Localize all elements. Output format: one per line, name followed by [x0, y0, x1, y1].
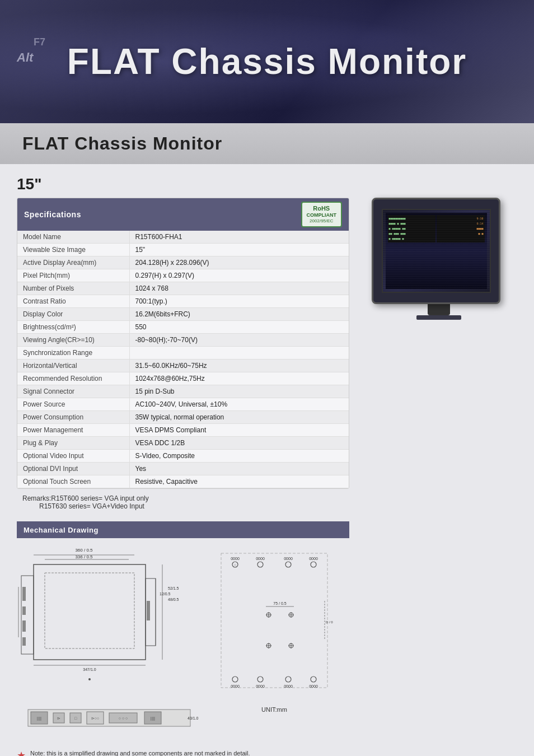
table-row: Model NameR15T600-FHA1 [17, 231, 349, 244]
table-row: Horizontal/Vertical31.5~60.0KHz/60~75Hz [17, 359, 349, 372]
spec-value: 16.2M(6bits+FRC) [129, 307, 349, 320]
mounting-svg: ○ 0000 0000 0000 0000 75 / 0.5 [216, 545, 333, 702]
svg-text:⊳○○: ⊳○○ [91, 716, 99, 720]
table-row: Plug & PlayVESA DDC 1/2B [17, 436, 349, 449]
svg-point-63 [232, 676, 238, 682]
svg-rect-10 [22, 637, 26, 646]
spec-value: 1024x768@60Hz,75Hz [129, 372, 349, 385]
spec-label: Optional Touch Screen [17, 475, 129, 488]
svg-text:○: ○ [234, 563, 236, 567]
svg-text:360 / 0.5: 360 / 0.5 [75, 548, 93, 553]
svg-point-66 [311, 676, 316, 682]
monitor-image: ■■■■■■■■■■ ■■■■ ■ ■■■ ■ ■■■■■ ■■ ■■ ■■■ … [372, 198, 506, 310]
unit-label: UNIT:mm [216, 706, 333, 713]
svg-rect-8 [22, 606, 26, 615]
svg-text:0000: 0000 [256, 557, 265, 561]
drawing-left: 360 / 0.5 336 / 0.5 [17, 545, 207, 735]
table-row: Optional Video InputS-Video, Composite [17, 449, 349, 462]
spec-label: Power Source [17, 398, 129, 410]
spec-label: Contrast Ratio [17, 295, 129, 307]
spec-label: Power Management [17, 423, 129, 436]
svg-text:0000: 0000 [309, 557, 318, 561]
table-row: Brightness(cd/m²)550 [17, 320, 349, 333]
monitor-stand [428, 304, 450, 315]
size-heading: 15" [17, 175, 349, 193]
spec-label: Model Name [17, 231, 129, 244]
spec-value: 700:1(typ.) [129, 295, 349, 307]
svg-rect-7 [22, 587, 26, 601]
table-row: Optional DVI InputYes [17, 462, 349, 475]
content-grid: 15" Specifications RoHS COMPLIANT 2002/9… [17, 175, 517, 756]
svg-point-22 [88, 678, 91, 680]
svg-text:0000: 0000 [231, 684, 240, 688]
table-row: Recommended Resolution1024x768@60Hz,75Hz [17, 372, 349, 385]
spec-label: Optional Video Input [17, 449, 129, 462]
svg-text:D / 0.5: D / 0.5 [326, 620, 333, 624]
spec-value: 0.297(H) x 0.297(V) [129, 269, 349, 282]
svg-rect-9 [22, 620, 26, 632]
spec-value: 15 pin D-Sub [129, 385, 349, 398]
table-row: Power SourceAC100~240V, Universal, ±10% [17, 398, 349, 410]
remark-line: Remarks:R15T600 series= VGA input only [22, 494, 349, 502]
note-section: ★ Note: this is a simplified drawing and… [17, 743, 349, 756]
svg-text:⊳: ⊳ [57, 716, 60, 720]
spec-label: Display Color [17, 307, 129, 320]
remark-line: R15T630 series= VGA+Video Input [39, 502, 349, 510]
specs-section: Specifications RoHS COMPLIANT 2002/95/EC… [17, 198, 349, 489]
svg-point-65 [285, 676, 291, 682]
spec-label: Number of Pixels [17, 282, 129, 295]
spec-value: VESA DDC 1/2B [129, 436, 349, 449]
alt-key-label: Alt [17, 50, 33, 65]
spec-label: Power Consumption [17, 410, 129, 423]
svg-text:43/1.0: 43/1.0 [188, 716, 199, 720]
drawing-right: ○ 0000 0000 0000 0000 75 / 0.5 [216, 545, 333, 713]
specs-table: Model NameR15T600-FHA1Viewable Size Imag… [17, 231, 349, 488]
spec-value: 1024 x 768 [129, 282, 349, 295]
svg-text:0000: 0000 [309, 684, 318, 688]
header-title: FLAT Chassis Monitor [67, 41, 467, 82]
specs-header: Specifications RoHS COMPLIANT 2002/95/EC [17, 198, 349, 231]
svg-rect-5 [45, 573, 134, 648]
spec-value: 204.128(H) x 228.096(V) [129, 256, 349, 269]
svg-rect-4 [34, 564, 146, 660]
mechanical-header-title: Mechanical Drawing [24, 526, 99, 534]
spec-value: R15T600-FHA1 [129, 231, 349, 244]
note-text: Note: this is a simplified drawing and s… [30, 749, 250, 756]
rohs-badge: RoHS COMPLIANT 2002/95/EC [301, 202, 343, 227]
table-row: Display Color16.2M(6bits+FRC) [17, 307, 349, 320]
svg-text:Various: Various [17, 599, 17, 612]
svg-point-41 [285, 562, 291, 567]
spec-label: Recommended Resolution [17, 372, 129, 385]
table-row: Pixel Pitch(mm)0.297(H) x 0.297(V) [17, 269, 349, 282]
svg-point-42 [311, 562, 316, 567]
spec-value: S-Video, Composite [129, 449, 349, 462]
spec-label: Horizontal/Vertical [17, 359, 129, 372]
table-row: Power Consumption35W typical, normal ope… [17, 410, 349, 423]
front-view-svg: 360 / 0.5 336 / 0.5 [17, 545, 207, 696]
spec-value: 31.5~60.0KHz/60~75Hz [129, 359, 349, 372]
table-row: Viewing Angle(CR>=10)-80~80(H);-70~70(V) [17, 333, 349, 346]
left-panel: 15" Specifications RoHS COMPLIANT 2002/9… [17, 175, 349, 756]
svg-text:75 / 0.5: 75 / 0.5 [273, 601, 286, 605]
spec-label: Signal Connector [17, 385, 129, 398]
rohs-mid-text: COMPLIANT [307, 212, 337, 218]
specs-header-title: Specifications [24, 210, 81, 219]
main-content: 15" Specifications RoHS COMPLIANT 2002/9… [0, 164, 534, 756]
monitor-frame: ■■■■■■■■■■ ■■■■ ■ ■■■ ■ ■■■■■ ■■ ■■ ■■■ … [372, 198, 500, 304]
svg-text:48/0.5: 48/0.5 [168, 598, 179, 601]
table-row: Optional Touch ScreenResistive, Capaciti… [17, 475, 349, 488]
table-row: Synchronization Range [17, 346, 349, 359]
remarks: Remarks:R15T600 series= VGA input onlyR1… [17, 494, 349, 510]
spec-value: 550 [129, 320, 349, 333]
spec-label: Brightness(cd/m²) [17, 320, 129, 333]
f7-key-label: F7 [34, 36, 45, 48]
spec-label: Pixel Pitch(mm) [17, 269, 129, 282]
spec-label: Active Display Area(mm) [17, 256, 129, 269]
spec-label: Optional DVI Input [17, 462, 129, 475]
sub-header-title: FLAT Chassis Monitor [22, 133, 512, 154]
mechanical-header: Mechanical Drawing [17, 521, 349, 538]
svg-rect-14 [147, 601, 150, 620]
spec-value: 35W typical, normal operation [129, 410, 349, 423]
spec-label: Viewing Angle(CR>=10) [17, 333, 129, 346]
svg-text:0000: 0000 [256, 684, 265, 688]
